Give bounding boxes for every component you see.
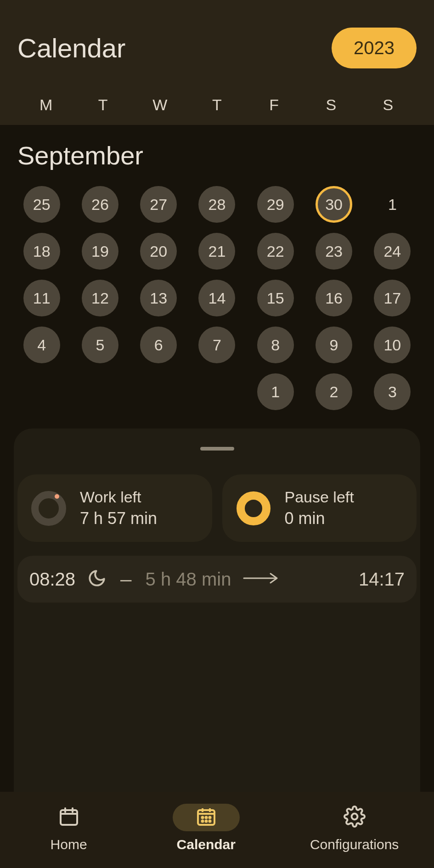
- day-20[interactable]: 20: [140, 233, 177, 270]
- header: Calendar 2023 MTWTFSS: [0, 0, 434, 125]
- day-15[interactable]: 15: [257, 280, 294, 316]
- title-row: Calendar 2023: [17, 28, 417, 68]
- nav-calendar-label: Calendar: [177, 837, 236, 852]
- pause-left-label: Pause left: [285, 488, 354, 506]
- weekday-2: W: [131, 96, 188, 114]
- work-left-label: Work left: [80, 488, 157, 506]
- page-title: Calendar: [17, 33, 125, 63]
- day-17[interactable]: 17: [374, 280, 411, 316]
- dash-icon: –: [120, 568, 131, 591]
- drag-handle-icon[interactable]: [200, 447, 234, 451]
- year-button[interactable]: 2023: [332, 28, 417, 68]
- day-1[interactable]: 1: [257, 373, 294, 410]
- weekday-4: F: [246, 96, 303, 114]
- svg-point-14: [209, 817, 211, 818]
- arrow-right-icon: [243, 573, 280, 586]
- stats-row: Work left 7 h 57 min Pause left 0 min: [14, 474, 420, 542]
- day-29[interactable]: 29: [257, 186, 294, 223]
- day-28[interactable]: 28: [198, 186, 235, 223]
- svg-point-1: [55, 494, 59, 499]
- pause-left-card[interactable]: Pause left 0 min: [222, 474, 417, 542]
- day-24[interactable]: 24: [374, 233, 411, 270]
- svg-point-16: [205, 820, 207, 822]
- day-21[interactable]: 21: [198, 233, 235, 270]
- weekday-1: T: [74, 96, 131, 114]
- gear-icon: [344, 806, 366, 829]
- day-1[interactable]: 1: [374, 186, 411, 223]
- day-4[interactable]: 4: [23, 327, 60, 363]
- day-9[interactable]: 9: [316, 327, 352, 363]
- content: September 252627282930118192021222324111…: [0, 125, 434, 792]
- day-27[interactable]: 27: [140, 186, 177, 223]
- day-13[interactable]: 13: [140, 280, 177, 316]
- day-7[interactable]: 7: [198, 327, 235, 363]
- month-name: September: [17, 141, 417, 170]
- svg-point-17: [209, 820, 211, 822]
- svg-rect-4: [61, 810, 77, 825]
- day-16[interactable]: 16: [316, 280, 352, 316]
- timeline-end: 14:17: [359, 569, 405, 590]
- day-3[interactable]: 3: [374, 373, 411, 410]
- day-12[interactable]: 12: [82, 280, 118, 316]
- weekday-0: M: [17, 96, 74, 114]
- day-18[interactable]: 18: [23, 233, 60, 270]
- nav-config-label: Configurations: [310, 837, 399, 852]
- weekday-6: S: [360, 96, 417, 114]
- bottom-panel[interactable]: Work left 7 h 57 min Pause left 0 min 08…: [14, 428, 420, 792]
- work-ring-icon: [29, 489, 68, 528]
- day-8[interactable]: 8: [257, 327, 294, 363]
- day-5[interactable]: 5: [82, 327, 118, 363]
- timeline-start: 08:28: [29, 569, 75, 590]
- day-6[interactable]: 6: [140, 327, 177, 363]
- day-11[interactable]: 11: [23, 280, 60, 316]
- day-25[interactable]: 25: [23, 186, 60, 223]
- weekday-3: T: [188, 96, 245, 114]
- work-left-value: 7 h 57 min: [80, 509, 157, 528]
- nav-home[interactable]: Home: [35, 804, 102, 852]
- day-23[interactable]: 23: [316, 233, 352, 270]
- day-22[interactable]: 22: [257, 233, 294, 270]
- calendar-outline-icon: [58, 806, 80, 829]
- day-19[interactable]: 19: [82, 233, 118, 270]
- nav-config[interactable]: Configurations: [310, 804, 399, 852]
- svg-point-13: [205, 817, 207, 818]
- work-left-card[interactable]: Work left 7 h 57 min: [17, 474, 212, 542]
- calendar-filled-icon: [195, 806, 217, 829]
- svg-point-15: [202, 820, 203, 822]
- weekday-row: MTWTFSS: [17, 96, 417, 125]
- svg-point-0: [35, 495, 62, 522]
- timeline-card[interactable]: 08:28 – 5 h 48 min 14:17: [17, 556, 417, 603]
- timeline-duration: 5 h 48 min: [146, 569, 231, 590]
- day-14[interactable]: 14: [198, 280, 235, 316]
- pause-ring-icon: [234, 489, 273, 528]
- nav-home-label: Home: [51, 837, 87, 852]
- day-26[interactable]: 26: [82, 186, 118, 223]
- weekday-5: S: [303, 96, 360, 114]
- nav-calendar[interactable]: Calendar: [173, 804, 240, 852]
- day-10[interactable]: 10: [374, 327, 411, 363]
- calendar-grid: 2526272829301181920212223241112131415161…: [17, 186, 417, 410]
- pause-left-value: 0 min: [285, 509, 354, 528]
- svg-point-12: [202, 817, 203, 818]
- day-2[interactable]: 2: [316, 373, 352, 410]
- svg-point-18: [351, 814, 357, 820]
- moon-icon: [87, 569, 107, 590]
- day-30[interactable]: 30: [316, 186, 352, 223]
- svg-point-2: [241, 496, 266, 521]
- bottom-nav: Home Calendar: [0, 792, 434, 868]
